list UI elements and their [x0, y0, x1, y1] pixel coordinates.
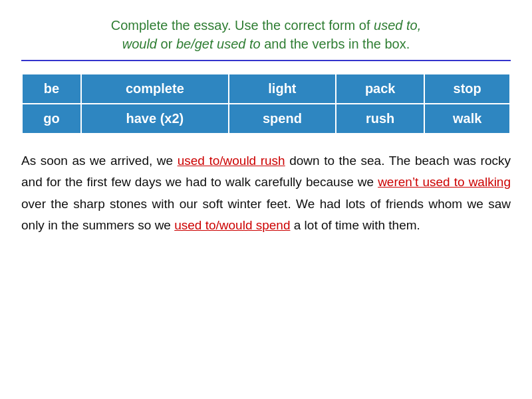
essay-link1: used to/would rush	[178, 154, 285, 168]
essay-part4: a lot of time with them.	[291, 218, 420, 232]
essay-part1: As soon as we arrived, we	[21, 154, 178, 168]
word-cell: rush	[336, 104, 424, 134]
essay-link2: weren’t used to walking	[378, 175, 511, 189]
instruction-text: Complete the essay. Use the correct form…	[21, 16, 511, 53]
instruction-part1: Complete the essay. Use the correct form…	[111, 18, 374, 33]
instruction-italic1: used to,	[374, 18, 421, 33]
horizontal-rule	[21, 60, 511, 61]
word-cell: pack	[336, 74, 424, 104]
word-cell: stop	[424, 74, 510, 104]
word-cell: walk	[424, 104, 510, 134]
word-cell: light	[229, 74, 336, 104]
instruction-italic3: be/get used to	[176, 37, 261, 51]
word-cell: be	[22, 74, 81, 104]
essay-link3: used to/would spend	[174, 218, 290, 232]
instruction-italic2: would	[122, 37, 157, 51]
word-box-table: becompletelightpackstopgohave (x2)spendr…	[21, 73, 511, 134]
word-cell: have (x2)	[81, 104, 229, 134]
essay-text: As soon as we arrived, we used to/would …	[21, 150, 511, 236]
instruction-part4: and the verbs in the box.	[261, 37, 410, 51]
word-cell: complete	[81, 74, 229, 104]
word-cell: go	[22, 104, 81, 134]
instruction-part3: or	[157, 37, 176, 51]
word-cell: spend	[229, 104, 336, 134]
